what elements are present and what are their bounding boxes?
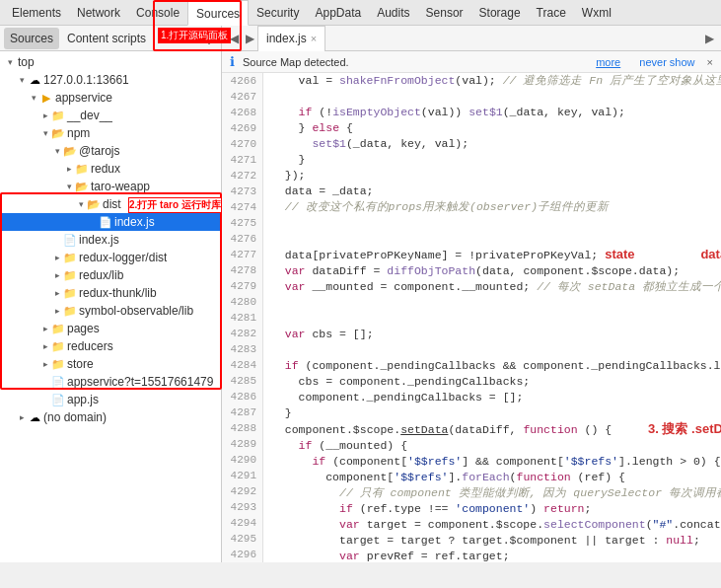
code-tab-index-js[interactable]: index.js × [257,26,325,51]
tree-tarojs[interactable]: 📂 @tarojs [0,142,221,160]
tree-label-index: index.js [112,215,155,229]
folder-symbol-icon: 📁 [63,304,77,318]
code-line-4295: target = target ? target.$component || t… [271,533,713,549]
tree-pages[interactable]: 📁 pages [0,320,221,337]
code-tab-close[interactable]: × [311,33,317,44]
tree-redux-thunk[interactable]: 📁 redux-thunk/lib [0,284,221,302]
tree-app-js[interactable]: 📄 app.js [0,391,221,408]
source-map-more-link[interactable]: more [596,56,620,68]
tab-network[interactable]: Network [69,0,128,26]
code-line-4292: // 只有 component 类型能做判断, 因为 querySelector… [271,485,713,501]
tree-index-js-selected[interactable]: 📄 index.js [0,213,221,231]
code-line-4296: var prevRef = ref.target; [271,549,713,562]
tree-npm[interactable]: 📂 npm [0,124,221,142]
subtab-sources[interactable]: Sources [4,28,59,49]
file-appservice-icon: 📄 [51,375,65,389]
code-line-4266: val = shakeFnFromObject(val); // 避免筛选走 F… [271,73,713,89]
code-line-4270: set$1(_data, key, val); [271,136,713,152]
file-tree-panel: Sources Content scripts ⋮ top ☁ [0,26,222,562]
code-line-4278: var dataDiff = diffObjToPath(data, compo… [271,263,713,279]
source-map-bar: ℹ Source Map detected. more never show × [222,51,721,73]
tree-redux-lib[interactable]: 📁 redux/lib [0,266,221,284]
folder-appservice-icon: ▶ [39,91,53,105]
file-tree: top ☁ 127.0.0.1:13661 ▶ appservice [0,51,221,428]
tree-label-dist: dist [101,197,121,211]
tree-ip[interactable]: ☁ 127.0.0.1:13661 [0,71,221,89]
tab-audits[interactable]: Audits [369,0,417,26]
tree-label-npm: npm [65,126,90,140]
tree-taro-weapp[interactable]: 📂 taro-weapp [0,178,221,195]
tree-redux[interactable]: 📁 redux [0,160,221,178]
tree-symbol-observable[interactable]: 📁 symbol-observable/lib [0,302,221,320]
tree-arrow-pages [39,323,51,334]
folder-taro-weapp-icon: 📂 [75,180,89,193]
more-icon[interactable]: ⋮ [201,31,217,46]
tab-console[interactable]: Console [128,0,187,26]
tree-redux-logger[interactable]: 📁 redux-logger/dist [0,249,221,266]
code-line-4275 [271,215,713,231]
code-line-4268: if (!isEmptyObject(val)) set$1(_data, ke… [271,105,713,120]
code-panel: ◀ ▶ index.js × ▶ ℹ Source Map detected. … [222,26,721,562]
server-icon: ☁ [28,73,41,87]
tree-dist[interactable]: 📂 dist [0,195,221,213]
tree-appservice-param[interactable]: 📄 appservice?t=15517661479 [0,373,221,391]
tree-label-redux-thunk: redux-thunk/lib [77,286,157,300]
tree-label-pages: pages [65,322,100,335]
tab-elements[interactable]: Elements [4,0,69,26]
folder-tarojs-icon: 📂 [63,144,77,158]
code-line-4271: } [271,152,713,168]
source-map-never-link[interactable]: never show [639,56,694,68]
tab-sensor[interactable]: Sensor [418,0,471,26]
code-line-4281 [271,311,713,327]
tree-arrow-npm [39,127,51,139]
tab-trace[interactable]: Trace [529,0,574,26]
source-map-text: Source Map detected. [243,56,349,68]
source-map-close-btn[interactable]: × [707,56,713,68]
tree-label-store: store [65,357,94,371]
tab-sources[interactable]: Sources [187,0,249,26]
tree-arrow-reducers [39,340,51,352]
subtab-content-scripts[interactable]: Content scripts [61,28,152,49]
tree-index-js-2[interactable]: 📄 index.js [0,231,221,249]
code-line-4293: if (ref.type !== 'component') return; [271,501,713,517]
tree-label-app-js: app.js [65,393,99,406]
tree-arrow-index [87,216,99,228]
folder-redux-thunk-icon: 📁 [63,286,77,300]
tree-dev[interactable]: 📁 __dev__ [0,107,221,124]
tree-arrow-dev [39,110,51,121]
tree-arrow-redux [63,163,75,175]
code-line-4280 [271,295,713,311]
code-line-4287: } [271,405,713,421]
tree-appservice[interactable]: ▶ appservice [0,89,221,107]
tree-reducers[interactable]: 📁 reducers [0,337,221,355]
tree-arrow-dist [75,198,87,210]
tab-wxml[interactable]: Wxml [574,0,619,26]
code-line-4285: cbs = component._pendingCallbacks; [271,374,713,390]
tree-arrow-store [39,358,51,370]
code-tab-end[interactable]: ▶ [701,31,717,46]
code-line-4276 [271,231,713,247]
tree-arrow-redux-thunk [51,287,63,299]
tree-store[interactable]: 📁 store [0,355,221,373]
source-map-icon: ℹ [230,54,235,69]
tree-arrow-no-domain [16,411,28,423]
line-numbers: 4266 4267 4268 4269 4270 4271 4272 4273 … [222,73,263,562]
folder-npm-icon: 📂 [51,126,65,140]
tab-appdata[interactable]: AppData [307,0,369,26]
code-tab-label: index.js [266,32,307,45]
tree-no-domain[interactable]: ☁ (no domain) [0,408,221,426]
code-line-4269: } else { [271,120,713,136]
tree-arrow-redux-logger [51,252,63,263]
tab-security[interactable]: Security [249,0,307,26]
tree-arrow-taro-weapp [63,181,75,192]
cloud-icon: ☁ [28,410,41,424]
tab-storage[interactable]: Storage [471,0,529,26]
tree-label-index2: index.js [77,233,119,247]
source-map-space [628,56,631,68]
tree-label-ip: 127.0.0.1:13661 [41,73,129,87]
tree-top[interactable]: top [0,53,221,71]
code-content: val = shakeFnFromObject(val); // 避免筛选走 F… [263,73,721,562]
tab-prev-btn[interactable]: ◀ [226,31,242,46]
top-toolbar: Elements Network Console Sources Securit… [0,0,721,26]
tab-next-btn[interactable]: ▶ [242,31,257,46]
